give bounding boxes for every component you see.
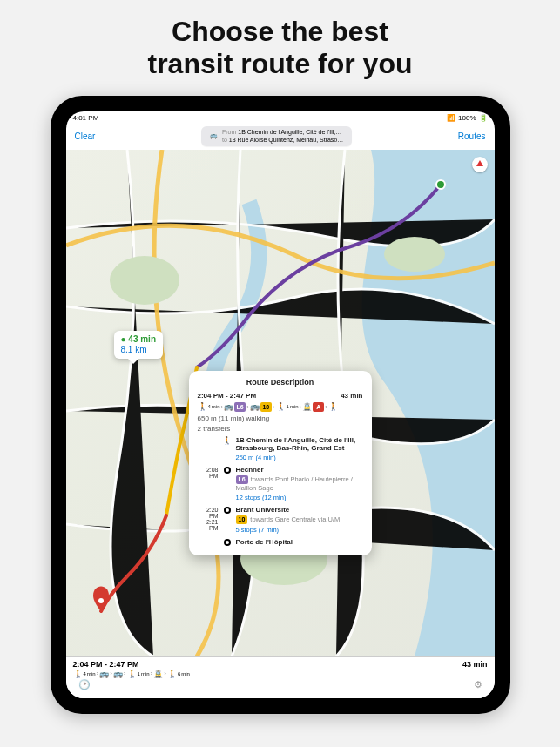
walking-meta: 650 m (11 min) walking: [198, 414, 363, 422]
svg-point-4: [98, 598, 104, 603]
walk-icon: [198, 402, 207, 411]
routes-button[interactable]: Routes: [458, 131, 486, 141]
tram-icon: [302, 402, 312, 411]
bottom-bar: 2:04 PM - 2:47 PM 43 min 4min › › › 1min…: [66, 656, 495, 698]
card-title: Route Description: [198, 378, 363, 387]
bus-icon: [99, 670, 109, 678]
device-frame: 4:01 PM 📶100%🔋 Clear 🚌 From 1B Chemin de…: [51, 96, 510, 714]
walk-icon: [276, 402, 286, 411]
step-stop[interactable]: 2:08 PM Hechner L6towards Pont Phario / …: [198, 466, 363, 501]
compass-button[interactable]: [472, 157, 488, 172]
bottom-chain[interactable]: 4min › › › 1min › › 6min: [66, 669, 495, 679]
screen: 4:01 PM 📶100%🔋 Clear 🚌 From 1B Chemin de…: [66, 111, 495, 698]
status-right: 📶100%🔋: [447, 114, 487, 122]
svg-point-3: [436, 180, 445, 189]
promo-headline: Choose the besttransit route for you: [0, 0, 560, 89]
walk-icon: [127, 670, 137, 678]
svg-point-1: [384, 237, 445, 272]
svg-point-0: [110, 256, 179, 305]
clear-button[interactable]: Clear: [75, 131, 96, 141]
bus-icon: 🚌: [210, 132, 218, 140]
step-walk[interactable]: 1B Chemin de l'Anguille, Cité de l'Ill, …: [198, 436, 363, 461]
bus-icon: [250, 402, 260, 411]
segment-chain: 4min › L6 › 10 › 1min › A ›: [198, 402, 363, 412]
walk-icon: [167, 670, 177, 678]
nav-header: Clear 🚌 From 1B Chemin de l'Anguille, Ci…: [66, 124, 495, 150]
settings-icon[interactable]: ⚙: [474, 679, 482, 690]
status-time: 4:01 PM: [73, 114, 99, 122]
card-duration: 43 min: [341, 392, 362, 400]
bottom-timespan: 2:04 PM - 2:47 PM: [73, 660, 139, 669]
card-timespan: 2:04 PM - 2:47 PM: [198, 392, 257, 400]
bus-icon: [113, 670, 123, 678]
route-tooltip[interactable]: ● 43 min 8.1 km: [114, 331, 164, 359]
step-stop[interactable]: Porte de l'Hôpital: [198, 538, 363, 546]
tram-icon: [153, 670, 163, 678]
bus-icon: [224, 402, 233, 411]
transfers-meta: 2 transfers: [198, 425, 363, 433]
bottom-duration: 43 min: [462, 660, 488, 669]
route-description-card[interactable]: Route Description 2:04 PM - 2:47 PM 43 m…: [189, 371, 372, 555]
walk-icon: [222, 436, 232, 445]
step-stop[interactable]: 2:20 PM 2:21 PM Brant Université 10towar…: [198, 506, 363, 534]
walk-icon: [73, 670, 83, 678]
walk-icon: [328, 402, 338, 411]
step-list: 1B Chemin de l'Anguille, Cité de l'Ill, …: [198, 436, 363, 546]
map-view[interactable]: ● 43 min 8.1 km Route Description 2:04 P…: [66, 150, 495, 656]
destination-pill[interactable]: 🚌 From 1B Chemin de l'Anguille, Cité de …: [201, 126, 352, 147]
clock-icon[interactable]: 🕑: [78, 679, 91, 690]
